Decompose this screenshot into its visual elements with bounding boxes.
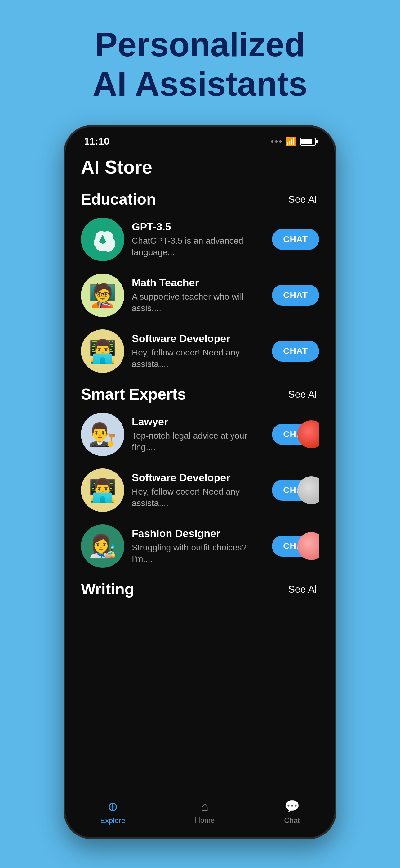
education-section-header: Education See All <box>81 190 319 208</box>
main-content: AI Store Education See All GPT-3.5 ChatG… <box>65 150 335 793</box>
chat-button[interactable]: CHAT <box>272 341 319 362</box>
ai-name: Math Teacher <box>132 277 265 289</box>
hero-title: Personalized AI Assistants <box>68 25 332 103</box>
list-item: 👩‍🎨 Fashion Designer Struggling with out… <box>81 524 319 568</box>
writing-see-all[interactable]: See All <box>288 584 319 595</box>
ai-desc: Hey, fellow coder! Need any assista.... <box>132 486 265 509</box>
avatar: 👨‍⚖️ <box>81 412 124 456</box>
ai-info: Software Developer Hey, fellow coder! Ne… <box>132 471 265 509</box>
tab-chat-label: Chat <box>284 816 300 825</box>
ai-info: Math Teacher A supportive teacher who wi… <box>132 277 265 314</box>
avatar: 👨‍💻 <box>81 330 124 373</box>
ai-info: Fashion Designer Struggling with outfit … <box>132 527 265 565</box>
ai-name: Fashion Designer <box>132 527 265 539</box>
ai-info: Lawyer Top-notch legal advice at your fi… <box>132 416 265 453</box>
tab-home[interactable]: ⌂ Home <box>195 799 214 825</box>
signal-icon <box>271 140 281 143</box>
chat-button[interactable]: CHAT <box>272 285 319 306</box>
education-title: Education <box>81 190 156 208</box>
education-see-all[interactable]: See All <box>288 194 319 205</box>
page-title: AI Store <box>81 156 319 178</box>
ai-desc: ChatGPT-3.5 is an advanced language.... <box>132 235 265 258</box>
ai-name: Software Developer <box>132 471 265 484</box>
avatar <box>81 218 124 261</box>
avatar: 👩‍🎨 <box>81 524 124 568</box>
ai-name: Software Developer <box>132 333 265 345</box>
ai-name: GPT-3.5 <box>132 221 265 233</box>
ai-info: Software Developer Hey, fellow coder! Ne… <box>132 333 265 370</box>
tab-home-label: Home <box>195 816 214 825</box>
avatar: 🧑‍🏫 <box>81 274 124 317</box>
ai-info: GPT-3.5 ChatGPT-3.5 is an advanced langu… <box>132 221 265 258</box>
status-time: 11:10 <box>84 136 109 147</box>
writing-title: Writing <box>81 580 134 598</box>
smart-experts-section-header: Smart Experts See All <box>81 385 319 403</box>
ai-name: Lawyer <box>132 416 265 428</box>
ai-desc: Top-notch legal advice at your fing.... <box>132 430 265 453</box>
tab-explore-label: Explore <box>100 816 125 825</box>
list-item: 👨‍⚖️ Lawyer Top-notch legal advice at yo… <box>81 412 319 456</box>
ai-desc: Struggling with outfit choices? I'm.... <box>132 542 265 565</box>
chat-button[interactable]: CHAT <box>272 229 319 250</box>
wifi-icon: 📶 <box>285 136 296 147</box>
chat-icon: 💬 <box>284 799 300 814</box>
tab-bar: ⊕ Explore ⌂ Home 💬 Chat <box>65 793 335 837</box>
avatar: 👨‍💻 <box>81 468 124 512</box>
tab-chat[interactable]: 💬 Chat <box>284 799 300 825</box>
writing-section-header: Writing See All <box>81 580 319 598</box>
explore-icon: ⊕ <box>108 799 118 814</box>
smart-experts-see-all[interactable]: See All <box>288 389 319 400</box>
tab-explore[interactable]: ⊕ Explore <box>100 799 125 825</box>
list-item: 👨‍💻 Software Developer Hey, fellow coder… <box>81 468 319 512</box>
list-item: GPT-3.5 ChatGPT-3.5 is an advanced langu… <box>81 218 319 261</box>
ai-desc: Hey, fellow coder! Need any assista.... <box>132 347 265 370</box>
status-icons: 📶 <box>271 136 316 147</box>
status-bar: 11:10 📶 <box>65 127 335 150</box>
ai-desc: A supportive teacher who will assis.... <box>132 291 265 314</box>
smart-experts-title: Smart Experts <box>81 385 186 403</box>
home-icon: ⌂ <box>201 799 208 813</box>
list-item: 👨‍💻 Software Developer Hey, fellow coder… <box>81 330 319 373</box>
battery-icon <box>300 137 316 146</box>
list-item: 🧑‍🏫 Math Teacher A supportive teacher wh… <box>81 274 319 317</box>
phone-frame: 11:10 📶 AI Store Education See All <box>64 125 336 839</box>
